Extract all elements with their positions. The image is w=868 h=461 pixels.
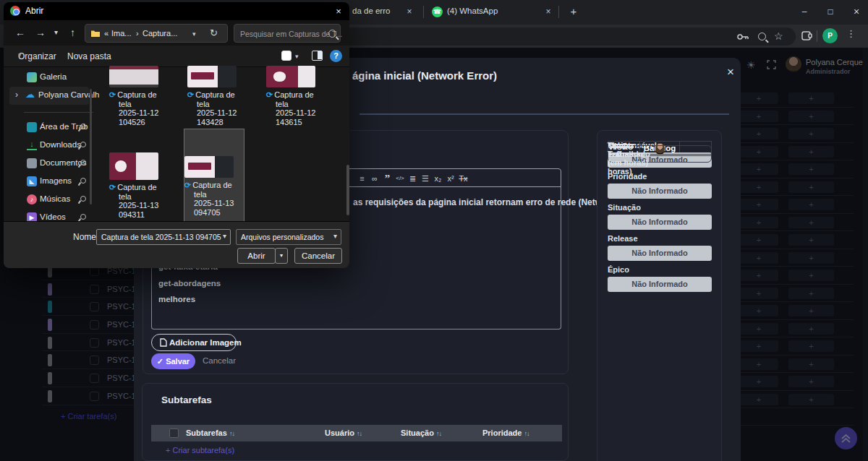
gallery-label: Galeria — [40, 72, 67, 81]
refresh-icon[interactable]: ↻ — [210, 27, 218, 38]
window-close-button[interactable]: × — [846, 0, 867, 24]
description-item: melhores — [158, 295, 195, 303]
subscript-icon[interactable]: x₂ — [432, 173, 444, 184]
tab-error-page[interactable]: da de erro — [352, 7, 390, 15]
chevron-right-icon[interactable]: › — [15, 90, 18, 100]
column-header-1[interactable]: Subtarefas ↑↓ — [186, 428, 234, 437]
sidebar-item-downloads[interactable]: ↓Downloads — [9, 137, 89, 155]
open-dropdown-button[interactable]: ▾ — [275, 248, 288, 264]
view-dropdown-icon[interactable]: ▾ — [295, 53, 299, 60]
sidebar-scrollbar[interactable] — [90, 89, 92, 204]
profile-avatar[interactable]: P — [822, 28, 838, 43]
desktop-icon — [27, 122, 37, 132]
address-dropdown-icon[interactable]: ▾ — [192, 30, 196, 38]
breadcrumb-item-captures[interactable]: Captura... — [142, 29, 177, 38]
up-icon[interactable]: ↑ — [70, 27, 75, 38]
file-item[interactable]: ⟳Captura detela2025-11-13094705 — [184, 129, 244, 222]
file-item[interactable]: ⟳Captura detela2025-11-12143615 — [266, 66, 327, 126]
extensions-icon[interactable] — [800, 30, 813, 43]
sidebar-item-onedrive[interactable]: ›☁Polyana Carvalh — [9, 87, 89, 105]
release-field[interactable]: Não Informado — [608, 246, 712, 261]
file-name: ⟳Captura detela2025-11-13094311 — [109, 183, 170, 219]
description-item: get-abordagens — [158, 279, 221, 288]
column-header-2[interactable]: Usuário ↑↓ — [325, 428, 362, 437]
bullet-list-icon[interactable]: ☰ — [420, 173, 432, 184]
back-icon[interactable]: ← — [15, 27, 25, 38]
view-mode-icon[interactable] — [281, 51, 292, 61]
sidebar-item-desktop[interactable]: Área de Trab — [9, 119, 89, 137]
blockquote-icon[interactable]: ” — [381, 173, 393, 184]
forward-icon[interactable]: → — [35, 27, 46, 38]
sidebar-item-label: Vídeos — [40, 212, 66, 221]
window-maximize-button[interactable]: □ — [820, 0, 841, 24]
sidebar-item-pictures[interactable]: ◣Imagens — [9, 173, 89, 191]
cancel-button[interactable]: Cancelar — [203, 356, 236, 365]
code-block-icon[interactable]: </> — [394, 173, 407, 184]
tab-separator — [558, 6, 559, 18]
pin-icon — [78, 214, 85, 221]
link-icon[interactable]: ∞ — [369, 173, 381, 184]
file-name: ⟳Captura detela2025-11-12143428 — [187, 90, 248, 126]
prioridade-field[interactable]: Não Informado — [608, 184, 712, 199]
file-item[interactable]: ⟳Captura detela2025-11-12104526 — [109, 66, 170, 126]
bookmark-star-icon[interactable]: ☆ — [774, 30, 787, 43]
help-button[interactable]: ? — [330, 50, 342, 62]
search-box[interactable]: Pesquisar em Capturas de T... — [234, 24, 341, 43]
new-folder-button[interactable]: Nova pasta — [67, 51, 111, 61]
description-text: as requisições da página inicial retorna… — [353, 197, 616, 207]
browser-menu-icon[interactable]: ⋮ — [846, 28, 859, 41]
tab-whatsapp[interactable]: (4) WhatsApp — [447, 7, 498, 15]
zoom-icon[interactable] — [758, 33, 766, 40]
address-breadcrumb[interactable]: « Ima... › Captura... ▾ ↻ — [85, 24, 228, 43]
sort-icon[interactable]: ↑↓ — [436, 430, 441, 437]
sort-icon[interactable]: ↑↓ — [229, 430, 234, 437]
open-button[interactable]: Abrir — [237, 248, 276, 264]
add-image-button[interactable]: Adicionar Imagem — [151, 334, 237, 351]
align-justify-icon[interactable]: ≡ — [356, 173, 368, 184]
filename-label: Nome: — [73, 232, 98, 242]
column-header-3[interactable]: Situação ↑↓ — [401, 428, 441, 437]
file-name: ⟳Captura detela2025-11-13094705 — [184, 181, 244, 217]
sidebar-item-gallery[interactable]: Galeria — [9, 69, 89, 87]
filename-combobox[interactable]: Captura de tela 2025-11-13 094705 ▾ — [96, 229, 231, 245]
file-item[interactable]: ⟳Captura detela2025-11-13094311 — [109, 152, 170, 219]
filetype-combobox[interactable]: Arquivos personalizados ▾ — [236, 229, 341, 245]
modal-close-icon[interactable]: × — [723, 65, 738, 79]
sidebar-item-documents[interactable]: Documentos — [9, 155, 89, 173]
sidebar-item-music[interactable]: ♪Músicas — [9, 191, 89, 209]
column-header-4[interactable]: Prioridade ↑↓ — [482, 428, 529, 437]
save-button[interactable]: ✓ Salvar — [151, 353, 195, 369]
épico-field[interactable]: Não Informado — [608, 277, 712, 292]
breadcrumb-item-images[interactable]: Ima... — [111, 29, 132, 38]
recent-locations-icon[interactable]: ▾ — [54, 28, 58, 36]
chrome-icon — [10, 6, 20, 16]
create-subtask-link[interactable]: + Criar subtarefa(s) — [166, 446, 234, 454]
select-all-checkbox[interactable] — [169, 428, 179, 438]
file-grid-scrollbar[interactable] — [346, 165, 349, 215]
superscript-icon[interactable]: x² — [445, 173, 457, 184]
dialog-close-icon[interactable]: × — [331, 5, 346, 17]
ordered-list-icon[interactable]: ≣ — [407, 173, 419, 184]
onedrive-sync-icon: ⟳ — [184, 181, 191, 189]
new-tab-button[interactable]: + — [566, 4, 581, 19]
tab-close-icon[interactable]: × — [542, 6, 554, 17]
tab-close-icon[interactable]: × — [404, 6, 415, 17]
preview-pane-icon[interactable] — [312, 51, 323, 61]
sort-icon[interactable]: ↑↓ — [357, 430, 362, 437]
situação-field[interactable]: Não Informado — [608, 215, 712, 230]
password-key-icon[interactable] — [736, 32, 749, 45]
subtasks-title: Subtarefas — [161, 395, 212, 405]
file-item[interactable]: ⟳Captura detela2025-11-12143428 — [187, 66, 248, 126]
check-icon: ✓ — [157, 357, 163, 366]
subtasks-table-header: Subtarefas ↑↓Usuário ↑↓Situação ↑↓Priori… — [151, 425, 562, 441]
gallery-icon — [27, 72, 37, 82]
clear-format-icon[interactable]: Tx — [457, 173, 469, 184]
open-file-dialog: Abrir × ← → ▾ ↑ « Ima... › Captura... ▾ … — [4, 2, 349, 268]
onedrive-sync-icon: ⟳ — [266, 90, 273, 99]
sort-icon[interactable]: ↑↓ — [524, 430, 529, 437]
window-minimize-button[interactable]: – — [793, 0, 815, 24]
breadcrumb-separator: › — [136, 29, 139, 38]
music-icon: ♪ — [27, 194, 37, 204]
dialog-cancel-button[interactable]: Cancelar — [294, 248, 342, 264]
sidebar-divider — [24, 112, 93, 113]
